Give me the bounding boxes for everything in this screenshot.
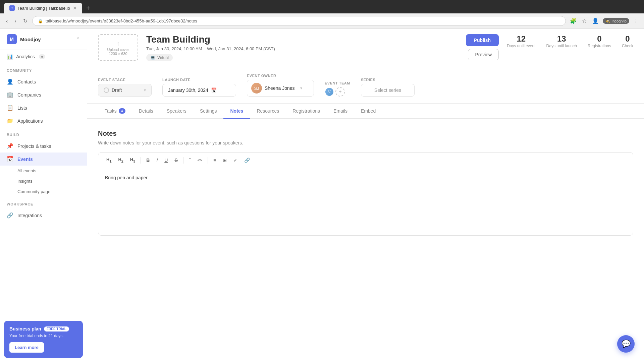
toolbar-h3-button[interactable]: H3 xyxy=(127,156,138,165)
back-button[interactable]: ‹ xyxy=(4,17,10,25)
team-member-avatar: SJ xyxy=(325,87,334,97)
toolbar-code-button[interactable]: <> xyxy=(195,157,205,164)
browser-toolbar: ‹ › ↻ 🔒 talkbase.io/w/moodjoy/events/e33… xyxy=(0,13,644,29)
series-field: Series Select series xyxy=(361,78,415,97)
editor-toolbar: H1 H2 H3 B I U S " <> ≡ ⊞ ✓ 🔗 xyxy=(98,153,633,168)
analytics-icon: 📊 xyxy=(7,53,13,60)
incognito-label: Incognito xyxy=(611,19,627,23)
logo-icon: M xyxy=(7,34,17,44)
upload-cover-text: Upload cover1200 × 630 xyxy=(107,48,129,56)
stat-check-label: Check xyxy=(622,44,633,48)
toolbar-quote-button[interactable]: " xyxy=(186,156,194,165)
stat-registrations-value: 0 xyxy=(588,34,611,44)
sidebar-logo: M Moodjoy xyxy=(7,34,41,44)
tab-embed[interactable]: Embed xyxy=(354,104,382,119)
stat-check-value: 0 xyxy=(622,34,633,44)
community-section-label: COMMUNITY xyxy=(0,63,87,75)
sidebar-sub-insights[interactable]: Insights xyxy=(0,176,87,186)
learn-more-button[interactable]: Learn more xyxy=(9,342,44,353)
stat-days-until-launch: 13 Days until launch xyxy=(546,34,577,48)
tab-close-button[interactable]: ✕ xyxy=(73,5,77,11)
new-tab-button[interactable]: + xyxy=(84,3,93,13)
tab-emails-label: Emails xyxy=(333,108,347,114)
applications-label: Applications xyxy=(17,118,43,124)
sidebar-item-lists[interactable]: 📋 Lists xyxy=(0,101,87,114)
sidebar-item-integrations[interactable]: 🔗 Integrations xyxy=(0,209,87,222)
profile-button[interactable]: 👤 xyxy=(591,16,600,25)
toolbar-strikethrough-button[interactable]: S xyxy=(172,156,180,164)
tab-settings[interactable]: Settings xyxy=(193,104,224,119)
tab-notes-label: Notes xyxy=(230,108,243,114)
sidebar-item-applications[interactable]: 📁 Applications xyxy=(0,114,87,127)
tab-favicon: T xyxy=(9,5,15,11)
publish-button[interactable]: Publish xyxy=(466,34,499,46)
notes-title: Notes xyxy=(98,130,633,137)
event-stage-field: Event stage Draft ▾ xyxy=(98,78,152,97)
tab-title: Team Building | Talkbase.io xyxy=(17,6,70,11)
tab-tasks[interactable]: Tasks 4 xyxy=(98,104,132,119)
toolbar-ordered-list-button[interactable]: ⊞ xyxy=(220,156,229,164)
extensions-button[interactable]: 🧩 xyxy=(569,16,578,25)
toolbar-check-button[interactable]: ✓ xyxy=(231,156,240,164)
editor-body[interactable]: Bring pen and paper xyxy=(98,168,633,235)
event-owner-field: Event owner SJ Sheena Jones ▾ xyxy=(247,74,314,97)
select-series-button[interactable]: Select series xyxy=(361,84,415,97)
tab-resources[interactable]: Resources xyxy=(250,104,286,119)
business-plan-header: Business plan FREE TRIAL xyxy=(9,326,77,331)
event-team-label: Event team xyxy=(325,81,350,85)
toolbar-italic-button[interactable]: I xyxy=(154,156,160,164)
bookmark-button[interactable]: ☆ xyxy=(581,16,588,25)
sidebar-item-analytics[interactable]: 📊 Analytics ● xyxy=(0,50,87,63)
tab-emails[interactable]: Emails xyxy=(327,104,354,119)
menu-button[interactable]: ⋮ xyxy=(632,16,640,25)
sidebar-item-events[interactable]: 📅 Events xyxy=(0,153,87,166)
toolbar-link-button[interactable]: 🔗 xyxy=(241,156,253,164)
event-date: Tue, Jan 30, 2024, 10:00 AM – Wed, Jan 3… xyxy=(146,46,458,51)
toolbar-h1-button[interactable]: H1 xyxy=(104,156,114,165)
sidebar-chevron-icon[interactable]: ⌃ xyxy=(76,36,80,43)
tab-notes[interactable]: Notes xyxy=(223,104,250,119)
event-title: Team Building xyxy=(146,34,458,45)
event-owner-value[interactable]: SJ Sheena Jones ▾ xyxy=(247,80,314,97)
sidebar-item-companies[interactable]: 🏢 Companies xyxy=(0,88,87,101)
events-label: Events xyxy=(17,157,33,162)
tab-details[interactable]: Details xyxy=(132,104,160,119)
toolbar-bullet-list-button[interactable]: ≡ xyxy=(211,156,219,164)
stat-days-until-event-label: Days until event xyxy=(507,44,535,48)
toolbar-underline-button[interactable]: U xyxy=(162,156,170,164)
draft-label: Draft xyxy=(112,87,122,93)
event-stage-value[interactable]: Draft ▾ xyxy=(98,84,152,97)
add-team-member-button[interactable]: + xyxy=(335,87,345,97)
text-cursor xyxy=(148,175,148,181)
tab-speakers[interactable]: Speakers xyxy=(160,104,193,119)
applications-icon: 📁 xyxy=(7,118,13,124)
refresh-button[interactable]: ↻ xyxy=(21,16,30,25)
tabs-bar: Tasks 4 Details Speakers Settings Notes … xyxy=(87,104,644,119)
event-header: ↑ Upload cover1200 × 630 Team Building T… xyxy=(87,29,644,67)
launch-date-value[interactable]: January 30th, 2024 📅 xyxy=(162,84,236,97)
toolbar-h2-button[interactable]: H2 xyxy=(115,156,126,165)
stat-days-until-event: 12 Days until event xyxy=(507,34,535,48)
url-text: talkbase.io/w/moodjoy/events/e33823ef-8b… xyxy=(46,18,197,23)
series-label: Series xyxy=(361,78,415,82)
toolbar-bold-button[interactable]: B xyxy=(144,156,152,164)
upload-cover-button[interactable]: ↑ Upload cover1200 × 630 xyxy=(98,34,138,61)
sidebar-sub-community-page[interactable]: Community page xyxy=(0,186,87,197)
sidebar-item-contacts[interactable]: 👤 Contacts xyxy=(0,75,87,88)
notes-editor: H1 H2 H3 B I U S " <> ≡ ⊞ ✓ 🔗 xyxy=(98,152,633,236)
sidebar-sub-all-events[interactable]: All events xyxy=(0,166,87,176)
virtual-icon: 💻 xyxy=(150,55,155,60)
url-bar[interactable]: 🔒 talkbase.io/w/moodjoy/events/e33823ef-… xyxy=(32,16,566,26)
tab-registrations[interactable]: Registrations xyxy=(286,104,327,119)
browser-tabs: T Team Building | Talkbase.io ✕ + xyxy=(4,3,640,13)
active-tab[interactable]: T Team Building | Talkbase.io ✕ xyxy=(4,3,82,13)
chat-bubble-button[interactable]: 💬 xyxy=(617,335,635,353)
forward-button[interactable]: › xyxy=(12,17,18,25)
companies-icon: 🏢 xyxy=(7,92,13,98)
preview-button[interactable]: Preview xyxy=(468,49,499,60)
stat-days-until-event-value: 12 xyxy=(507,34,535,44)
owner-avatar: SJ xyxy=(251,83,262,94)
sidebar-item-projects[interactable]: 📌 Projects & tasks xyxy=(0,139,87,153)
tab-embed-label: Embed xyxy=(361,108,376,114)
lists-icon: 📋 xyxy=(7,105,13,111)
